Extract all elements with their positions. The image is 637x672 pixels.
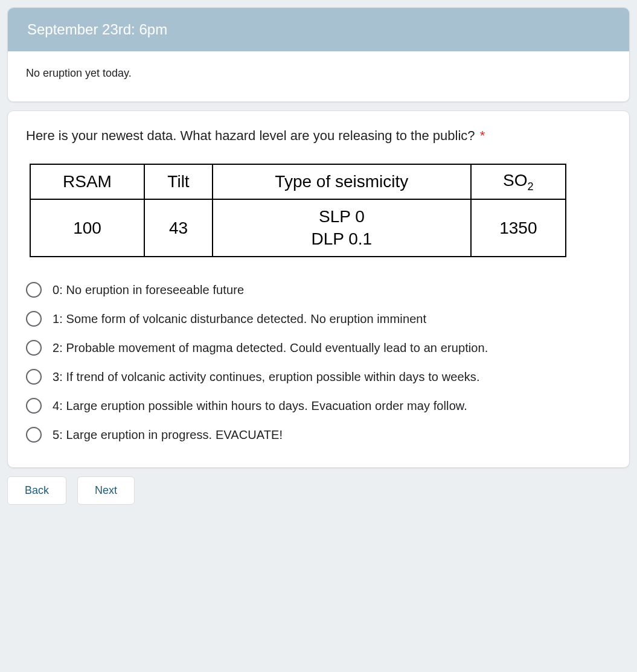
th-rsam: RSAM <box>30 164 144 200</box>
option-2[interactable]: 2: Probable movement of magma detected. … <box>26 333 611 362</box>
option-label: 2: Probable movement of magma detected. … <box>53 341 488 355</box>
data-table: RSAM Tilt Type of seismicity SO2 100 43 … <box>30 164 566 257</box>
th-seismicity: Type of seismicity <box>213 164 471 200</box>
options-group: 0: No eruption in foreseeable future 1: … <box>26 275 611 449</box>
nav-buttons: Back Next <box>7 476 630 505</box>
seis-line2: DLP 0.1 <box>222 228 462 250</box>
option-label: 0: No eruption in foreseeable future <box>53 283 244 297</box>
option-5[interactable]: 5: Large eruption in progress. EVACUATE! <box>26 420 611 449</box>
td-tilt: 43 <box>144 199 213 257</box>
radio-icon <box>26 282 42 298</box>
back-button[interactable]: Back <box>7 476 66 505</box>
card-header-title: September 23rd: 6pm <box>8 8 629 51</box>
option-3[interactable]: 3: If trend of volcanic activity continu… <box>26 362 611 391</box>
th-tilt: Tilt <box>144 164 213 200</box>
option-label: 3: If trend of volcanic activity continu… <box>53 370 480 384</box>
status-text: No eruption yet today. <box>8 51 629 101</box>
option-label: 5: Large eruption in progress. EVACUATE! <box>53 428 283 442</box>
question-text: Here is your newest data. What hazard le… <box>26 127 611 146</box>
question-label: Here is your newest data. What hazard le… <box>26 128 475 143</box>
radio-icon <box>26 398 42 414</box>
option-4[interactable]: 4: Large eruption possible within hours … <box>26 391 611 420</box>
radio-icon <box>26 311 42 327</box>
seis-line1: SLP 0 <box>222 206 462 228</box>
td-so2: 1350 <box>471 199 566 257</box>
required-marker: * <box>480 128 485 143</box>
so2-sub: 2 <box>528 180 534 192</box>
so2-base: SO <box>503 171 527 190</box>
next-button[interactable]: Next <box>77 476 135 505</box>
radio-icon <box>26 340 42 356</box>
option-0[interactable]: 0: No eruption in foreseeable future <box>26 275 611 304</box>
option-label: 4: Large eruption possible within hours … <box>53 399 467 413</box>
question-card: Here is your newest data. What hazard le… <box>7 110 630 468</box>
option-label: 1: Some form of volcanic disturbance det… <box>53 312 426 326</box>
td-rsam: 100 <box>30 199 144 257</box>
radio-icon <box>26 427 42 443</box>
th-so2: SO2 <box>471 164 566 200</box>
radio-icon <box>26 369 42 385</box>
option-1[interactable]: 1: Some form of volcanic disturbance det… <box>26 304 611 333</box>
info-card: September 23rd: 6pm No eruption yet toda… <box>7 7 630 102</box>
td-seismicity: SLP 0 DLP 0.1 <box>213 199 471 257</box>
